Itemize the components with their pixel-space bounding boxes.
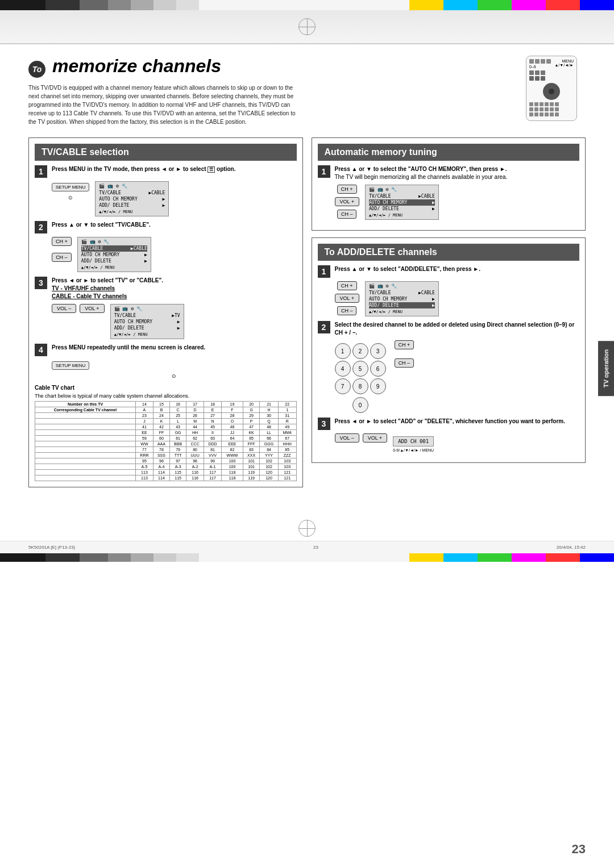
tv-cable-section: TV/CABLE selection 1 Press MENU in the T… [28,137,303,487]
ch-plus-btn[interactable]: CH + [52,237,72,246]
auto-step-num-1: 1 [318,165,330,178]
chart-row: 414243444546474849 [35,424,297,430]
key-4[interactable]: 4 [335,361,351,377]
add-delete-screen: 🎬 📺 ⚙ 🔧 TV/CABLE▶CABLE AUTO CH MEMORY▶ A… [365,281,439,316]
ch-controls-step2: CH + CH – [395,340,414,368]
step-1-text: Press MENU in the TV mode, then press ◄ … [52,165,297,173]
add-delete-section: To ADD/DELETE channels 1 Press ▲ or ▼ to… [312,237,586,463]
auto-memory-section: Automatic memory tuning 1 Press ▲ or ▼ t… [312,137,586,231]
ch-minus-btn[interactable]: CH – [52,253,72,262]
auto-step-1: 1 Press ▲ or ▼ to select the "AUTO CH ME… [318,165,580,220]
chart-row: WWAAABBBCCCDDDEEEFFFGGGHHH [35,441,297,447]
right-column: Automatic memory tuning 1 Press ▲ or ▼ t… [312,137,586,494]
chart-row: 113114115116117118119120121 [35,470,297,475]
ch-minus-auto[interactable]: CH – [337,210,357,219]
ch-minus-step2[interactable]: CH – [395,358,414,368]
menu-row-tv-cable-3: TV/CABLE▶TV [114,312,180,319]
step-3-text: Press ◄ or ► to select "TV" or "CABLE". … [52,277,297,301]
menu-row-auto-ch: AUTO CH MEMORY▶ [99,196,165,202]
step-4-tv-cable: 4 Press MENU repeatedly until the menu s… [35,344,297,379]
crosshair-icon [298,18,316,35]
chart-row: 232425262728293031 [35,413,297,419]
chart-row: EEFFGGHHIIJJKKLLMM4 [35,430,297,436]
key-7[interactable]: 7 [335,378,351,394]
add-delete-step-3: 3 Press ◄ or ► to select "ADD" or "DELET… [318,418,580,452]
chart-row: JKLMNOPQR [35,419,297,424]
auto-menu-add-delete: ADD/ DELETE▶ [369,206,435,212]
top-color-bar [0,0,614,10]
step-num-1: 1 [35,165,47,178]
vol-minus-btn[interactable]: VOL – [52,304,76,313]
vol-plus-add[interactable]: VOL + [335,294,359,303]
chart-row: 9596979899100101102103 [35,458,297,464]
add-display: ADDCH 001 [393,436,434,446]
cable-chart-title: Cable TV chart [35,385,297,391]
add-delete-step-3-header: 3 Press ◄ or ► to select "ADD" or "DELET… [318,418,580,430]
chart-row: 777879808182838485 [35,447,297,453]
key-8[interactable]: 8 [352,378,368,394]
auto-menu-tv-cable: TV/CABLE▶CABLE [369,193,435,199]
add-delete-step-1: 1 Press ▲ or ▼ to select "ADD/DELETE", t… [318,265,580,316]
auto-screen: 🎬 📺 ⚙ 🔧 TV/CABLE▶CABLE AUTO CH MEMORY▶ A… [365,185,439,220]
add-menu-auto-ch: AUTO CH MEMORY▶ [369,296,435,302]
auto-step-1-text: Press ▲ or ▼ to select the "AUTO CH MEMO… [335,165,580,181]
step-1-tv-cable: 1 Press MENU in the TV mode, then press … [35,165,297,216]
screen-2: 🎬 📺 ⚙ 🔧 TV/CABLE▶CABLE AUTO CH MEMORY▶ A… [77,237,151,272]
vol-plus-auto[interactable]: VOL + [335,197,359,206]
remote-control-diagram: 0–9 MENU ▲/▼/◄/► [526,56,577,121]
menu-row-add-delete-3: ADD/ DELETE▶ [114,325,180,331]
cable-chart-table: Number on this TV 141516171819202122 Cor… [35,401,297,481]
step-num-2: 2 [35,221,47,233]
step-1-header: 1 Press MENU in the TV mode, then press … [35,165,297,178]
vol-plus-btn[interactable]: VOL + [80,304,104,313]
footnote-left: 5K50201A [E] (P13-23) [28,545,75,550]
remote-illustration: 0–9 MENU ▲/▼/◄/► [517,56,586,121]
chart-row: A-5A-4A-3A-2A-1100101102103 [35,464,297,470]
left-column: TV/CABLE selection 1 Press MENU in the T… [28,137,303,494]
chart-row: Corresponding Cable TV channel ABCDEFGH1 [35,407,297,413]
screen-1: 🎬 📺 ⚙ 🔧 TV/CABLE▶CABLE AUTO CH MEMORY▶ A… [95,181,169,216]
tv-cable-header: TV/CABLE selection [35,144,297,161]
footnote-right: 20/4/04, 15:42 [557,545,586,550]
key-6[interactable]: 6 [370,361,386,377]
auto-memory-header: Automatic memory tuning [318,144,580,161]
ch-controls-add-delete: CH + VOL + CH – [335,281,359,315]
key-1[interactable]: 1 [335,343,351,359]
cable-chart-desc: The chart below is typical of many cable… [35,393,297,399]
key-3[interactable]: 3 [370,343,386,359]
key-2[interactable]: 2 [352,343,368,359]
ch-plus-add[interactable]: CH + [337,281,357,290]
add-delete-step-num-3: 3 [318,418,330,430]
chart-row: RRRSSSTTTUUUVVVWWWXXXYYYZZZ [35,453,297,458]
screen-3: 🎬 📺 ⚙ 🔧 TV/CABLE▶TV AUTO CH MEMORY▶ ADD/… [110,304,184,339]
add-menu-add-delete: ADD/ DELETE▶ [369,302,435,308]
add-delete-step-3-text: Press ◄ or ► to select "ADD" or "DELETE"… [335,418,580,425]
add-delete-header: To ADD/DELETE channels [318,244,580,261]
add-delete-step-num-2: 2 [318,321,330,333]
vol-controls-step3: VOL – VOL + [335,433,388,443]
ch-controls-2: CH + CH – [52,237,72,262]
key-9[interactable]: 9 [370,378,386,394]
main-content: To memorize channels This TV/DVD is equi… [0,44,614,514]
vol-plus-step3[interactable]: VOL + [363,433,387,443]
footnote-area: 5K50201A [E] (P13-23) 23 20/4/04, 15:42 [0,541,614,553]
cable-chart-section: Cable TV chart The chart below is typica… [35,385,297,481]
key-0[interactable]: 0 [352,397,368,413]
menu-row-tv-cable: TV/CABLE▶CABLE [99,190,165,196]
step-3-tv-cable: 3 Press ◄ or ► to select "TV" or "CABLE"… [35,277,297,339]
add-delete-step-2-text: Select the desired channel to be added o… [335,321,580,337]
ch-plus-auto[interactable]: CH + [337,185,357,194]
key-5[interactable]: 5 [352,361,368,377]
footnote-center: 23 [313,545,318,550]
step-2-header: 2 Press ▲ or ▼ to select "TV/CABLE". [35,221,297,233]
title-block: To memorize channels This TV/DVD is equi… [28,56,500,126]
add-delete-step-1-text: Press ▲ or ▼ to select "ADD/DELETE", the… [335,265,580,273]
ch-minus-add[interactable]: CH – [337,306,357,315]
menu-row-add-delete: ADD/ DELETE▶ [99,202,165,208]
bottom-color-bar [0,553,614,562]
step-2-tv-cable: 2 Press ▲ or ▼ to select "TV/CABLE". CH … [35,221,297,272]
add-delete-step-2-header: 2 Select the desired channel to be added… [318,321,580,337]
vol-minus-step3[interactable]: VOL – [335,433,359,443]
menu-row-tv-cable-2: TV/CABLE▶CABLE [81,245,147,252]
ch-plus-step2[interactable]: CH + [395,340,414,349]
